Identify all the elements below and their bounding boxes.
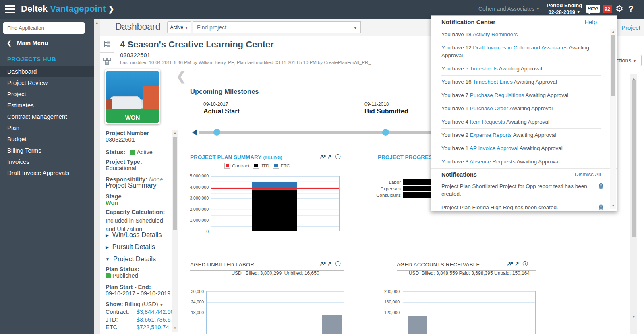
find-project-input[interactable]	[193, 22, 350, 33]
timesheets-link[interactable]: Timesheets	[470, 66, 498, 72]
hey-announcement-icon[interactable]: HEY!	[586, 5, 600, 13]
purchase-order-link[interactable]: Purchase Order	[470, 105, 508, 111]
expand-chart-icon[interactable]: ↗↗	[507, 261, 511, 267]
timesheet-lines-link[interactable]: Timesheet Lines	[473, 79, 513, 85]
chart-title[interactable]: AGED ACCOUNTS RECEIVABLE	[397, 262, 480, 268]
aged-accounts-receivable-plot	[403, 291, 536, 334]
scrollbar-thumb[interactable]	[611, 35, 615, 96]
timeline-left-arrow[interactable]	[192, 129, 197, 136]
open-chart-icon[interactable]: ↗	[327, 154, 332, 160]
ar-bar[interactable]	[408, 316, 427, 334]
pursuit-details-expander[interactable]: ▶Pursuit Details	[106, 243, 155, 251]
chart-title-link[interactable]: PROJECT PROGRESS	[378, 154, 436, 160]
stage-block: Stage Won	[106, 193, 122, 206]
notification-text: Project Plan Florida High Reg has been c…	[441, 204, 558, 210]
project-image-card[interactable]: WON	[105, 69, 160, 124]
brand-chevron-icon: ❯	[108, 5, 114, 13]
milestone-item: 09-11-2018 Bid Submitted	[364, 101, 408, 115]
org-chart-icon[interactable]	[100, 53, 114, 69]
item-requests-link[interactable]: Item Requests	[470, 119, 505, 125]
main-menu-back[interactable]: ❮ Main Menu	[0, 38, 94, 50]
ap-invoice-approval-link[interactable]: AP Invoice Approval	[470, 145, 518, 151]
jtd-value[interactable]: $3,651,736.67	[137, 316, 174, 324]
open-chart-icon[interactable]: ↗	[515, 261, 519, 267]
expand-chart-icon[interactable]: ↗↗	[319, 154, 324, 160]
scroll-up-icon[interactable]: ▲	[94, 21, 100, 25]
project-details-expander[interactable]: ▼Project Details	[106, 255, 156, 263]
open-chart-icon[interactable]: ↗	[327, 261, 332, 267]
scrollbar-thumb[interactable]	[632, 80, 636, 237]
sidebar-item-estimates[interactable]: Estimates	[0, 100, 94, 111]
hamburger-menu-icon[interactable]	[5, 5, 15, 13]
sidebar-item-draft-invoice-approvals[interactable]: Draft Invoice Approvals	[0, 167, 94, 179]
sidebar-item-invoices[interactable]: Invoices	[0, 156, 94, 167]
expand-chart-icon[interactable]: ↗↗	[319, 261, 324, 267]
timeline-milestone-dot[interactable]	[213, 129, 220, 136]
main-scrollbar[interactable]: ▲ ▼	[630, 74, 637, 334]
stat-label: Paid:	[459, 270, 470, 276]
notification-text: Project Plan Shortlisted Project for Opp…	[441, 183, 587, 197]
period-ending-selector[interactable]: Period Ending 02-28-2019 ▼	[547, 2, 582, 16]
project-link[interactable]: Project	[621, 24, 640, 31]
stat-value: 3,800,299	[260, 270, 282, 276]
popup-scrollbar[interactable]: ▲ ▼	[610, 29, 616, 209]
chevron-down-icon[interactable]: ▼	[354, 26, 357, 30]
pps-bar-etc[interactable]	[252, 182, 297, 190]
collapse-panel-icon[interactable]: ❮	[176, 69, 186, 83]
sidebar-item-contract-management[interactable]: Contract Management	[0, 111, 94, 122]
help-link[interactable]: Help	[584, 19, 597, 25]
gear-icon[interactable]: ⚙	[615, 4, 623, 14]
sidebar-item-dashboard[interactable]: Dashboard	[0, 66, 94, 77]
scroll-up-icon[interactable]: ▲	[172, 131, 178, 135]
help-icon[interactable]: ?	[628, 4, 634, 14]
info-panel-scrollbar[interactable]: ▲ ▼	[172, 130, 178, 332]
sidebar-item-plan[interactable]: Plan	[0, 122, 94, 134]
item-prefix: You have 18	[441, 31, 473, 37]
delete-notification-icon[interactable]	[598, 183, 603, 191]
scrollbar-thumb[interactable]	[173, 137, 177, 230]
scroll-up-icon[interactable]: ▲	[630, 77, 637, 80]
sidebar-item-project[interactable]: Project	[0, 89, 94, 100]
scroll-down-icon[interactable]: ▼	[610, 204, 616, 208]
dismiss-all-link[interactable]: Dismiss All	[575, 171, 601, 177]
scroll-up-icon[interactable]: ▲	[610, 30, 616, 33]
status-filter-dropdown[interactable]: Active ▼	[167, 21, 191, 33]
absence-requests-link[interactable]: Absence Requests	[470, 159, 515, 165]
scroll-down-icon[interactable]: ▼	[172, 326, 178, 330]
stat-value: 150,164	[512, 270, 530, 276]
company-selector[interactable]: Cohen and Associates ▼	[478, 6, 540, 12]
sidebar-item-project-review[interactable]: Project Review	[0, 77, 94, 89]
pps-contract-line	[211, 188, 339, 189]
sidebar-item-billing-terms[interactable]: Billing Terms	[0, 145, 94, 156]
delete-notification-icon[interactable]	[598, 204, 603, 211]
sidebar-item-budget[interactable]: Budget	[0, 134, 94, 145]
sidebar-scrollbar[interactable]: ▲	[94, 19, 100, 334]
aul-bar[interactable]	[322, 315, 342, 334]
scroll-down-icon[interactable]: ▼	[630, 315, 637, 319]
expense-reports-link[interactable]: Expense Reports	[470, 132, 512, 138]
info-icon[interactable]: ⓘ	[335, 154, 341, 160]
contract-value[interactable]: $3,844,442.00	[137, 308, 174, 316]
chevron-down-icon: ▼	[160, 303, 164, 307]
info-icon[interactable]: ⓘ	[523, 261, 528, 267]
purchase-requisitions-link[interactable]: Purchase Requisitions	[470, 92, 524, 98]
hierarchy-tree-icon[interactable]	[100, 36, 114, 53]
project-photo: WON	[106, 71, 159, 123]
show-selector[interactable]: Show: Billing (USD) ▼	[106, 301, 163, 307]
page-title: Dashboard	[115, 21, 161, 32]
notification-count-badge[interactable]: 92	[603, 5, 612, 13]
legend-label: JTD	[261, 163, 269, 168]
plan-status-block: Plan Status: Published	[106, 266, 139, 279]
win-loss-details-expander[interactable]: ▶Win/Loss Details	[106, 231, 162, 239]
item-suffix: Awaiting Approval	[505, 119, 549, 125]
info-icon[interactable]: ⓘ	[335, 261, 341, 267]
find-application-input[interactable]	[3, 22, 85, 34]
timeline-milestone-dot[interactable]	[382, 129, 389, 136]
etc-value[interactable]: $722,510.74	[137, 324, 174, 331]
pps-bar-jtd[interactable]	[252, 190, 297, 231]
activity-reminders-link[interactable]: Activity Reminders	[473, 31, 518, 37]
draft-invoices-link[interactable]: Draft Invoices in Cohen and Associates	[473, 45, 567, 51]
chart-title[interactable]: AGED UNBILLED LABOR	[190, 262, 254, 268]
project-modified-text: Last modified 10-04-2018 6:46 PM by Will…	[120, 60, 371, 65]
chart-title-link[interactable]: PROJECT PLAN SUMMARY	[190, 154, 261, 160]
